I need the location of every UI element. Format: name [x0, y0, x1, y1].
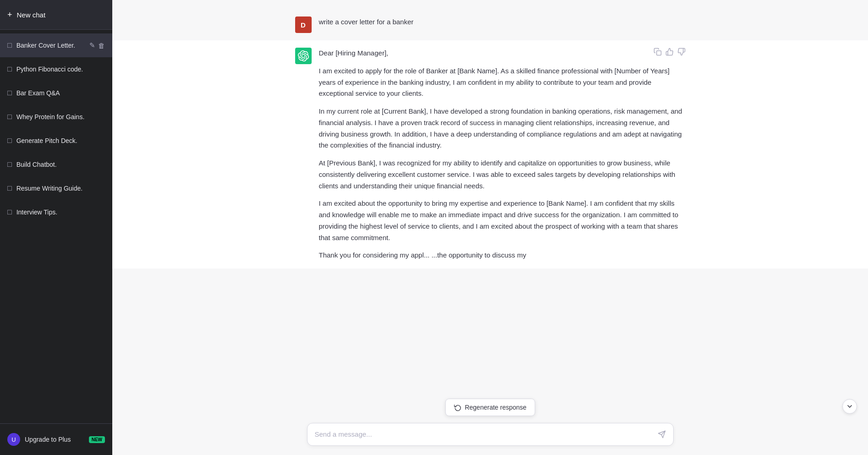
paragraph-0: Dear [Hiring Manager], [319, 48, 686, 59]
sidebar-item-barexam[interactable]: □ Bar Exam Q&A [0, 81, 112, 105]
chatgpt-logo-icon [298, 50, 309, 61]
user-message: D write a cover letter for a banker [284, 9, 697, 40]
chat-icon: □ [7, 113, 12, 121]
chat-icon: □ [7, 41, 12, 49]
thumbs-up-icon[interactable] [665, 48, 674, 58]
message-input[interactable] [315, 428, 658, 441]
user-avatar: D [295, 16, 312, 33]
sidebar-item-label: Whey Protein for Gains. [16, 113, 105, 121]
regenerate-label: Regenerate response [465, 404, 527, 411]
paragraph-1: I am excited to apply for the role of Ba… [319, 66, 686, 99]
user-avatar: U [7, 433, 20, 446]
new-chat-label: New chat [17, 11, 46, 19]
chat-icon: □ [7, 65, 12, 73]
user-message-row: D write a cover letter for a banker [112, 9, 868, 40]
regenerate-icon [454, 404, 461, 411]
sidebar-item-whey[interactable]: □ Whey Protein for Gains. [0, 105, 112, 129]
assistant-message: Dear [Hiring Manager], I am excited to a… [284, 40, 697, 269]
copy-icon[interactable] [654, 48, 662, 58]
delete-icon[interactable]: 🗑 [98, 42, 105, 49]
sidebar-item-label: Generate Pitch Deck. [16, 137, 105, 144]
upgrade-button[interactable]: U Upgrade to Plus NEW [7, 429, 105, 450]
input-area [112, 417, 868, 455]
chat-icon: □ [7, 89, 12, 97]
svg-rect-0 [656, 51, 661, 55]
new-badge: NEW [89, 436, 105, 443]
new-chat-button[interactable]: + New chat [0, 0, 112, 30]
assistant-message-row: Dear [Hiring Manager], I am excited to a… [112, 40, 868, 269]
sidebar-item-label: Build Chatbot. [16, 161, 105, 168]
regenerate-bar: Regenerate response [445, 399, 535, 416]
chevron-down-icon [846, 403, 853, 410]
sidebar-item-interview[interactable]: □ Interview Tips. [0, 200, 112, 224]
sidebar-item-label: Resume Writing Guide. [16, 185, 105, 192]
user-message-content: write a cover letter for a banker [319, 16, 414, 28]
edit-icon[interactable]: ✎ [89, 41, 95, 49]
regenerate-button[interactable]: Regenerate response [445, 399, 535, 416]
paragraph-5: Thank you for considering my appl... ...… [319, 250, 686, 261]
sidebar-item-pitch[interactable]: □ Generate Pitch Deck. [0, 129, 112, 153]
upgrade-label: Upgrade to Plus [25, 436, 71, 443]
paragraph-2: In my current role at [Current Bank], I … [319, 106, 686, 151]
sidebar-footer: U Upgrade to Plus NEW [0, 423, 112, 455]
sidebar-item-label: Python Fibonacci code. [16, 66, 105, 73]
paragraph-3: At [Previous Bank], I was recognized for… [319, 158, 686, 192]
sidebar-item-label: Interview Tips. [16, 208, 105, 216]
chat-icon: □ [7, 137, 12, 145]
sidebar-item-chatbot[interactable]: □ Build Chatbot. [0, 153, 112, 176]
chat-icon: □ [7, 184, 12, 192]
item-actions: ✎ 🗑 [89, 41, 105, 49]
sidebar-item-label: Bar Exam Q&A [16, 89, 105, 97]
assistant-avatar [295, 48, 312, 64]
thumbs-down-icon[interactable] [677, 48, 686, 58]
plus-icon: + [7, 10, 12, 20]
chat-icon: □ [7, 208, 12, 216]
chat-icon: □ [7, 160, 12, 169]
sidebar-item-label: Banker Cover Letter. [16, 42, 85, 49]
main-content: D write a cover letter for a banker Dear… [112, 0, 868, 455]
sidebar-item-resume[interactable]: □ Resume Writing Guide. [0, 176, 112, 200]
send-icon [658, 430, 666, 439]
send-button[interactable] [658, 430, 666, 439]
paragraph-4: I am excited about the opportunity to br… [319, 198, 686, 243]
input-wrapper [307, 423, 674, 446]
sidebar-item-fibonacci[interactable]: □ Python Fibonacci code. [0, 57, 112, 81]
scroll-down-button[interactable] [842, 399, 857, 414]
chat-history-list: □ Banker Cover Letter. ✎ 🗑 □ Python Fibo… [0, 30, 112, 423]
chat-area: D write a cover letter for a banker Dear… [112, 0, 868, 455]
sidebar: + New chat □ Banker Cover Letter. ✎ 🗑 □ … [0, 0, 112, 455]
assistant-message-content: Dear [Hiring Manager], I am excited to a… [319, 48, 686, 261]
message-actions [654, 48, 686, 58]
sidebar-item-banker[interactable]: □ Banker Cover Letter. ✎ 🗑 [0, 33, 112, 57]
